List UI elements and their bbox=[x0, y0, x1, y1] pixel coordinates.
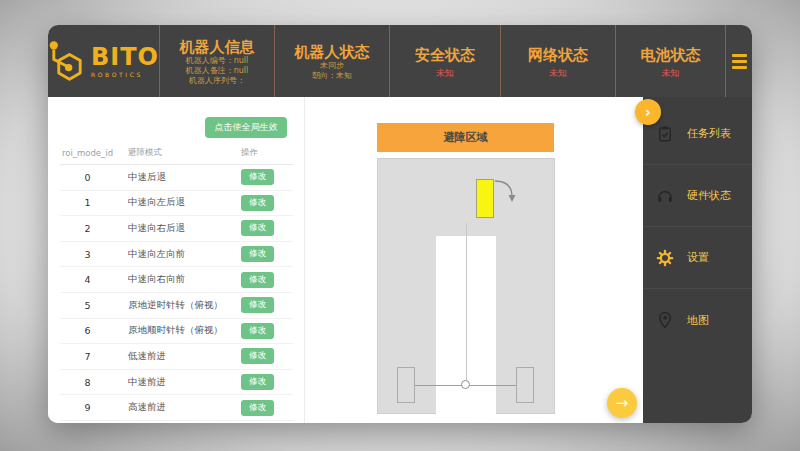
robot-marker[interactable] bbox=[476, 179, 494, 218]
roi-mode-panel: 点击使全局生效 roi_mode_id 避障模式 操作 0中速后退修改 1中速向… bbox=[60, 97, 305, 423]
sidebar-toggle-button[interactable]: › bbox=[635, 99, 661, 125]
map-center-line bbox=[466, 223, 467, 385]
heading-status-line: 朝向：未知 bbox=[312, 71, 352, 81]
next-fab-button[interactable]: → bbox=[607, 388, 637, 418]
brand-name: BITO bbox=[91, 45, 159, 69]
apply-global-button[interactable]: 点击使全局生效 bbox=[205, 117, 287, 138]
safety-status-value: 未知 bbox=[436, 67, 454, 79]
hamburger-icon bbox=[732, 54, 747, 57]
safety-status-title: 安全状态 bbox=[415, 46, 475, 64]
network-status-title: 网络状态 bbox=[528, 46, 588, 64]
table-row: 9高速前进修改 bbox=[60, 395, 293, 421]
modify-button[interactable]: 修改 bbox=[241, 400, 274, 416]
modify-button[interactable]: 修改 bbox=[241, 323, 274, 339]
network-status-value: 未知 bbox=[549, 67, 567, 79]
sidebar-label: 地图 bbox=[687, 313, 709, 328]
modify-button[interactable]: 修改 bbox=[241, 297, 274, 313]
sidebar-item-map[interactable]: 地图 bbox=[643, 289, 752, 351]
hamburger-menu-button[interactable] bbox=[725, 25, 752, 97]
col-roi-mode-id: roi_mode_id bbox=[60, 148, 115, 158]
table-row: 5原地逆时针转（俯视）修改 bbox=[60, 293, 293, 319]
right-sidebar: 任务列表 硬件状态 bbox=[643, 97, 752, 423]
top-header: BITO ROBOTICS 机器人信息 机器人编号：null 机器人备注：nul… bbox=[48, 25, 752, 97]
header-section-robot-info: 机器人信息 机器人编号：null 机器人备注：null 机器人序列号： bbox=[159, 25, 274, 97]
gear-icon bbox=[656, 249, 674, 267]
table-row: 4中速向右向前修改 bbox=[60, 267, 293, 293]
bito-hexagon-icon bbox=[48, 36, 86, 86]
map-pin-icon bbox=[656, 311, 674, 329]
modify-button[interactable]: 修改 bbox=[241, 272, 274, 288]
sidebar-label: 设置 bbox=[687, 250, 709, 265]
table-row: 0中速后退修改 bbox=[60, 165, 293, 191]
chevron-right-icon: › bbox=[645, 104, 651, 120]
modify-button[interactable]: 修改 bbox=[241, 169, 274, 185]
headset-icon bbox=[656, 187, 674, 205]
modify-button[interactable]: 修改 bbox=[241, 348, 274, 364]
brand-subtitle: ROBOTICS bbox=[91, 72, 159, 78]
right-wheel-marker bbox=[516, 367, 534, 403]
header-section-battery-status: 电池状态 未知 bbox=[615, 25, 725, 97]
table-body: 0中速后退修改 1中速向左后退修改 2中速向右后退修改 3中速向左向前修改 4中… bbox=[60, 165, 293, 421]
logo: BITO ROBOTICS bbox=[48, 25, 159, 97]
sidebar-item-settings[interactable]: 设置 bbox=[643, 227, 752, 289]
modify-button[interactable]: 修改 bbox=[241, 220, 274, 236]
table-header: roi_mode_id 避障模式 操作 bbox=[60, 141, 293, 165]
body-area: 点击使全局生效 roi_mode_id 避障模式 操作 0中速后退修改 1中速向… bbox=[48, 97, 752, 423]
table-row: 6原地顺时针转（俯视）修改 bbox=[60, 319, 293, 345]
clipboard-icon bbox=[656, 125, 674, 143]
sidebar-item-hardware-status[interactable]: 硬件状态 bbox=[643, 165, 752, 227]
battery-status-value: 未知 bbox=[662, 67, 680, 79]
robot-id-line: 机器人编号：null bbox=[186, 56, 249, 66]
main-content: 点击使全局生效 roi_mode_id 避障模式 操作 0中速后退修改 1中速向… bbox=[48, 97, 643, 423]
modify-button[interactable]: 修改 bbox=[241, 195, 274, 211]
avoid-zone-banner: 避障区域 bbox=[377, 123, 554, 152]
header-section-network-status: 网络状态 未知 bbox=[500, 25, 615, 97]
robot-remark-line: 机器人备注：null bbox=[186, 66, 249, 76]
header-section-robot-status: 机器人状态 未同步 朝向：未知 bbox=[274, 25, 389, 97]
modify-button[interactable]: 修改 bbox=[241, 374, 274, 390]
arrow-right-icon: → bbox=[616, 394, 629, 412]
header-section-safety-status: 安全状态 未知 bbox=[389, 25, 500, 97]
robot-info-title: 机器人信息 bbox=[180, 38, 255, 56]
modify-button[interactable]: 修改 bbox=[241, 246, 274, 262]
table-row: 1中速向左后退修改 bbox=[60, 191, 293, 217]
left-wheel-marker bbox=[397, 367, 415, 403]
sidebar-label: 硬件状态 bbox=[687, 188, 731, 203]
axle-center-marker bbox=[461, 380, 470, 389]
table-row: 3中速向左向前修改 bbox=[60, 242, 293, 268]
col-action: 操作 bbox=[241, 147, 293, 159]
app-window: BITO ROBOTICS 机器人信息 机器人编号：null 机器人备注：nul… bbox=[48, 25, 752, 423]
table-row: 2中速向右后退修改 bbox=[60, 216, 293, 242]
table-row: 8中速前进修改 bbox=[60, 370, 293, 396]
robot-status-title: 机器人状态 bbox=[295, 43, 370, 61]
col-avoid-mode: 避障模式 bbox=[115, 147, 241, 159]
sidebar-label: 任务列表 bbox=[687, 126, 731, 141]
table-row: 7低速前进修改 bbox=[60, 344, 293, 370]
battery-status-title: 电池状态 bbox=[641, 46, 701, 64]
sync-status-line: 未同步 bbox=[320, 61, 344, 71]
avoid-zone-map[interactable] bbox=[377, 158, 555, 414]
robot-serial-line: 机器人序列号： bbox=[189, 76, 245, 86]
